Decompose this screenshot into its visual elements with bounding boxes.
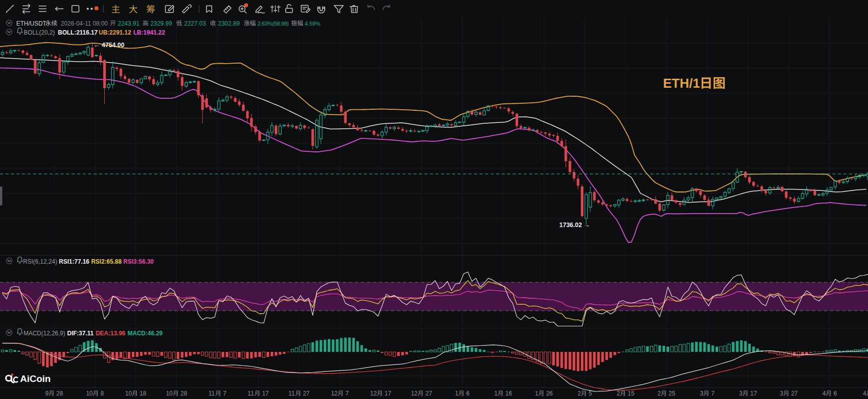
svg-text:1736.02 →: 1736.02 → xyxy=(559,222,590,229)
svg-text:9: 9 xyxy=(45,390,49,397)
svg-text:MACD:46.29: MACD:46.29 xyxy=(128,330,163,337)
svg-text:2329.99: 2329.99 xyxy=(150,20,172,27)
svg-text:RSI1:77.16: RSI1:77.16 xyxy=(59,258,90,265)
svg-text:3: 3 xyxy=(700,390,704,397)
svg-text:RSI3:56.30: RSI3:56.30 xyxy=(123,258,154,265)
svg-text:11: 11 xyxy=(208,390,215,397)
svg-text:RSI(6,12,24): RSI(6,12,24) xyxy=(23,258,57,265)
svg-text:2: 2 xyxy=(617,390,620,397)
svg-text:10: 10 xyxy=(86,390,93,397)
svg-text:2243.91: 2243.91 xyxy=(118,20,140,27)
svg-text:7: 7 xyxy=(345,390,349,397)
svg-text:ETH/1: ETH/1 xyxy=(663,76,700,91)
svg-text:12: 12 xyxy=(370,390,377,397)
svg-text:17: 17 xyxy=(384,390,391,397)
svg-text:ETH/USDT: ETH/USDT xyxy=(16,20,47,27)
svg-text:2: 2 xyxy=(658,390,661,397)
svg-text:12: 12 xyxy=(331,390,338,397)
svg-text:27: 27 xyxy=(425,390,432,397)
svg-text:DIF:37.11: DIF:37.11 xyxy=(67,330,94,337)
svg-text:27: 27 xyxy=(303,390,310,397)
svg-text:BOLL(20,2): BOLL(20,2) xyxy=(24,29,55,36)
svg-text:7: 7 xyxy=(711,390,715,397)
svg-text:6: 6 xyxy=(833,390,837,397)
svg-text:11: 11 xyxy=(248,390,254,397)
svg-text:12: 12 xyxy=(411,390,418,397)
svg-text:AiCoin: AiCoin xyxy=(20,373,51,384)
svg-text:4.59%: 4.59% xyxy=(305,21,320,27)
svg-text:26: 26 xyxy=(546,390,553,397)
svg-text:6: 6 xyxy=(466,390,470,397)
svg-text:17: 17 xyxy=(262,390,269,397)
svg-text:4: 4 xyxy=(822,390,826,397)
svg-text:7: 7 xyxy=(223,390,227,397)
svg-text:DEA:13.96: DEA:13.96 xyxy=(96,330,126,337)
svg-text:10: 10 xyxy=(125,390,132,397)
svg-text:18: 18 xyxy=(140,390,147,397)
svg-text:28: 28 xyxy=(180,390,187,397)
svg-text:2227.03: 2227.03 xyxy=(184,20,206,27)
svg-text:10: 10 xyxy=(166,390,173,397)
svg-text:RSI2:65.88: RSI2:65.88 xyxy=(91,258,122,265)
svg-text:8: 8 xyxy=(101,390,104,397)
svg-text:3: 3 xyxy=(780,390,783,397)
svg-text:3: 3 xyxy=(739,390,743,397)
svg-text:BOLL:2116.17: BOLL:2116.17 xyxy=(58,29,98,36)
svg-text:1: 1 xyxy=(494,390,498,397)
svg-text:16: 16 xyxy=(505,390,512,397)
svg-text:2302.89: 2302.89 xyxy=(218,20,240,27)
svg-text:2026-04-11 08:00: 2026-04-11 08:00 xyxy=(61,20,108,27)
svg-text:MACD(12,26,9): MACD(12,26,9) xyxy=(24,330,65,337)
svg-text:LB:1941.22: LB:1941.22 xyxy=(133,29,165,36)
svg-text:2.63%(58.99): 2.63%(58.99) xyxy=(258,21,289,27)
svg-text:← 4754.00: ← 4754.00 xyxy=(94,42,124,49)
svg-text:25: 25 xyxy=(669,390,676,397)
svg-text:15: 15 xyxy=(628,390,635,397)
svg-text:11: 11 xyxy=(289,390,295,397)
svg-text:17: 17 xyxy=(750,390,757,397)
svg-text:27: 27 xyxy=(791,390,798,397)
svg-text:2: 2 xyxy=(577,390,581,397)
svg-text:4: 4 xyxy=(863,390,866,397)
svg-text:UB:2291.12: UB:2291.12 xyxy=(99,29,131,36)
svg-text:1: 1 xyxy=(455,390,459,397)
svg-text:1: 1 xyxy=(535,390,539,397)
svg-text:28: 28 xyxy=(56,390,63,397)
svg-text:5: 5 xyxy=(589,390,592,397)
